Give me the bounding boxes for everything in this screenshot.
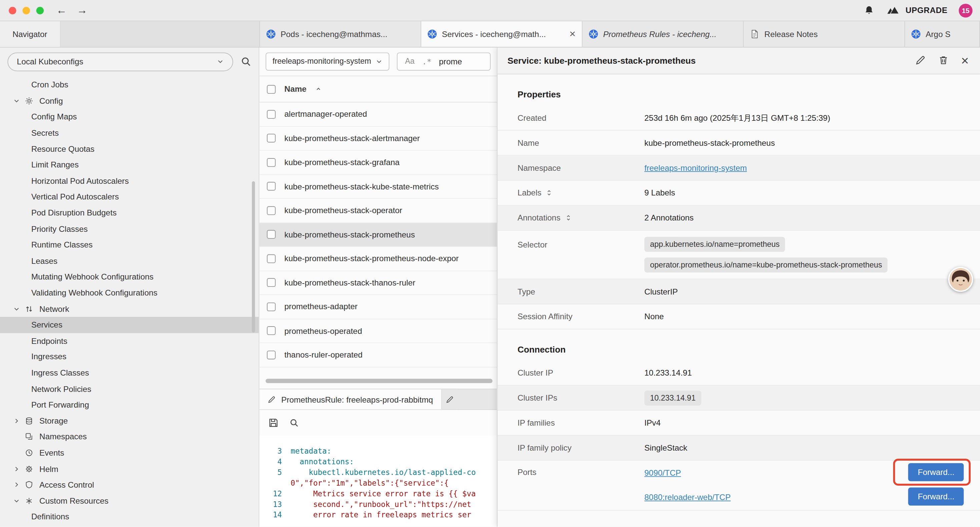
row-checkbox[interactable] [267, 158, 275, 167]
name-column-header[interactable]: Name [285, 84, 307, 94]
sidebar-item-secrets[interactable]: Secrets [0, 125, 259, 141]
sidebar-item-endpoints[interactable]: Endpoints [0, 333, 259, 349]
save-icon[interactable] [268, 417, 279, 428]
row-checkbox[interactable] [267, 206, 275, 215]
property-value: freeleaps-monitoring-system [644, 163, 964, 172]
table-row-alertmanager-operated[interactable]: alertmanager-operated [259, 102, 497, 126]
sidebar-scrollbar[interactable] [252, 181, 255, 332]
select-all-checkbox[interactable] [267, 85, 275, 93]
forward-button[interactable]: Forward... [908, 463, 964, 481]
table-row-kube-prometheus-stack-kube-state-metrics[interactable]: kube-prometheus-stack-kube-state-metrics [259, 175, 497, 199]
horizontal-scrollbar[interactable] [266, 379, 492, 383]
row-checkbox[interactable] [267, 110, 275, 118]
table-row-kube-prometheus-stack-prometheus-node-expor[interactable]: kube-prometheus-stack-prometheus-node-ex… [259, 247, 497, 271]
table-row-prometheus-operated[interactable]: prometheus-operated [259, 319, 497, 343]
service-list: alertmanager-operatedkube-prometheus-sta… [259, 102, 497, 367]
property-row-annotations: Annotations2 Annotations [497, 205, 980, 231]
search-icon[interactable] [240, 56, 251, 67]
yaml-editor[interactable]: 3metadata:4 annotations:5 kubectl.kubern… [259, 436, 497, 527]
close-window-button[interactable] [9, 7, 16, 14]
table-row-kube-prometheus-stack-operator[interactable]: kube-prometheus-stack-operator [259, 199, 497, 223]
tab-release-notes[interactable]: Release Notes [744, 21, 905, 47]
match-case-toggle[interactable]: Aa [405, 57, 415, 66]
delete-button[interactable] [938, 55, 949, 66]
chevron-down-icon [12, 306, 20, 312]
port-row: 9090/TCPForward... [644, 461, 964, 485]
property-value: None [644, 312, 964, 321]
sidebar-item-port-forwarding[interactable]: Port Forwarding [0, 397, 259, 413]
editor-tab-partial[interactable] [442, 389, 458, 409]
minimize-window-button[interactable] [22, 7, 30, 14]
sidebar-item-runtime-classes[interactable]: Runtime Classes [0, 237, 259, 253]
sidebar-item-events[interactable]: Events [0, 444, 259, 461]
tab-pods-icecheng-mathmas[interactable]: Pods - icecheng@mathmas... [260, 21, 421, 47]
sidebar-item-leases[interactable]: Leases [0, 253, 259, 269]
row-checkbox[interactable] [267, 182, 275, 191]
sidebar-item-limit-ranges[interactable]: Limit Ranges [0, 157, 259, 173]
notification-badge[interactable]: 15 [959, 3, 972, 17]
back-button[interactable]: ← [56, 5, 67, 16]
tab-services-icecheng-math[interactable]: Services - icecheng@math...× [421, 21, 582, 47]
sidebar-item-definitions[interactable]: Definitions [0, 509, 259, 525]
sidebar-item-priority-classes[interactable]: Priority Classes [0, 221, 259, 237]
sidebar-item-vertical-pod-autoscalers[interactable]: Vertical Pod Autoscalers [0, 189, 259, 205]
search-input[interactable]: Aa .* prome [397, 52, 491, 70]
sidebar-item-horizontal-pod-autoscalers[interactable]: Horizontal Pod Autoscalers [0, 173, 259, 189]
user-avatar[interactable] [948, 267, 973, 292]
port-link[interactable]: 9090/TCP [644, 468, 681, 477]
row-checkbox[interactable] [267, 278, 275, 287]
sidebar-item-mutating-webhook-configurations[interactable]: Mutating Webhook Configurations [0, 269, 259, 285]
tab-argo-s[interactable]: Argo S [905, 21, 980, 47]
sidebar-item-config[interactable]: Config [0, 93, 259, 109]
sidebar-item-pod-disruption-budgets[interactable]: Pod Disruption Budgets [0, 205, 259, 221]
table-row-kube-prometheus-stack-prometheus[interactable]: kube-prometheus-stack-prometheus [259, 223, 497, 247]
editor-tab-prometheusrule[interactable]: PrometheusRule: freeleaps-prod-rabbitmq [259, 389, 442, 409]
sidebar-item-helm[interactable]: Helm [0, 461, 259, 477]
table-row-kube-prometheus-stack-grafana[interactable]: kube-prometheus-stack-grafana [259, 151, 497, 175]
sidebar-item-resource-quotas[interactable]: Resource Quotas [0, 141, 259, 157]
sidebar-item-label: Services [31, 320, 62, 330]
tab-label: Prometheus Rules - icecheng... [603, 29, 737, 38]
row-checkbox[interactable] [267, 302, 275, 311]
editor-search-icon[interactable] [290, 418, 299, 428]
close-icon[interactable]: × [961, 54, 969, 67]
table-row-kube-prometheus-stack-thanos-ruler[interactable]: kube-prometheus-stack-thanos-ruler [259, 271, 497, 295]
regex-toggle[interactable]: .* [422, 57, 431, 66]
row-checkbox[interactable] [267, 326, 275, 335]
zoom-window-button[interactable] [37, 7, 44, 14]
forward-button[interactable]: → [77, 5, 88, 16]
sidebar-item-storage[interactable]: Storage [0, 413, 259, 429]
table-row-thanos-ruler-operated[interactable]: thanos-ruler-operated [259, 343, 497, 367]
port-link[interactable]: 8080:reloader-web/TCP [644, 492, 731, 502]
tab-prometheus-rules-icecheng[interactable]: Prometheus Rules - icecheng... [582, 21, 743, 47]
sidebar-item-cron-jobs[interactable]: Cron Jobs [0, 77, 259, 93]
sidebar-item-custom-resources[interactable]: Custom Resources [0, 493, 259, 509]
table-row-kube-prometheus-stack-alertmanager[interactable]: kube-prometheus-stack-alertmanager [259, 126, 497, 150]
row-checkbox[interactable] [267, 230, 275, 239]
sidebar-item-validating-webhook-configurations[interactable]: Validating Webhook Configurations [0, 285, 259, 301]
namespace-link[interactable]: freeleaps-monitoring-system [644, 163, 747, 172]
sidebar-item-ingresses[interactable]: Ingresses [0, 349, 259, 365]
edit-button[interactable] [915, 55, 926, 66]
row-checkbox[interactable] [267, 350, 275, 359]
drawer-actions: × [915, 54, 969, 67]
row-checkbox[interactable] [267, 254, 275, 263]
sidebar-item-config-maps[interactable]: Config Maps [0, 109, 259, 125]
notifications-icon[interactable] [864, 5, 874, 16]
sidebar-item-access-control[interactable]: Access Control [0, 477, 259, 493]
table-row-prometheus-adapter[interactable]: prometheus-adapter [259, 295, 497, 319]
sidebar-item-network-policies[interactable]: Network Policies [0, 381, 259, 397]
forward-button[interactable]: Forward... [908, 488, 964, 506]
tab-close-icon[interactable]: × [570, 29, 576, 39]
sidebar-item-network[interactable]: Network [0, 301, 259, 317]
upgrade-button[interactable]: UPGRADE [886, 6, 948, 15]
editor-line: 13 second.","runbook_url":"https://net [259, 499, 497, 510]
row-name: prometheus-adapter [285, 302, 358, 311]
tab-bar: Pods - icecheng@mathmas...Services - ice… [260, 21, 980, 47]
kubeconfig-select[interactable]: Local Kubeconfigs [7, 52, 233, 71]
sidebar-item-ingress-classes[interactable]: Ingress Classes [0, 365, 259, 381]
sidebar-item-namespaces[interactable]: Namespaces [0, 428, 259, 444]
row-checkbox[interactable] [267, 134, 275, 142]
sidebar-item-services[interactable]: Services [0, 317, 259, 333]
namespace-select[interactable]: freeleaps-monitoring-system [266, 52, 389, 70]
